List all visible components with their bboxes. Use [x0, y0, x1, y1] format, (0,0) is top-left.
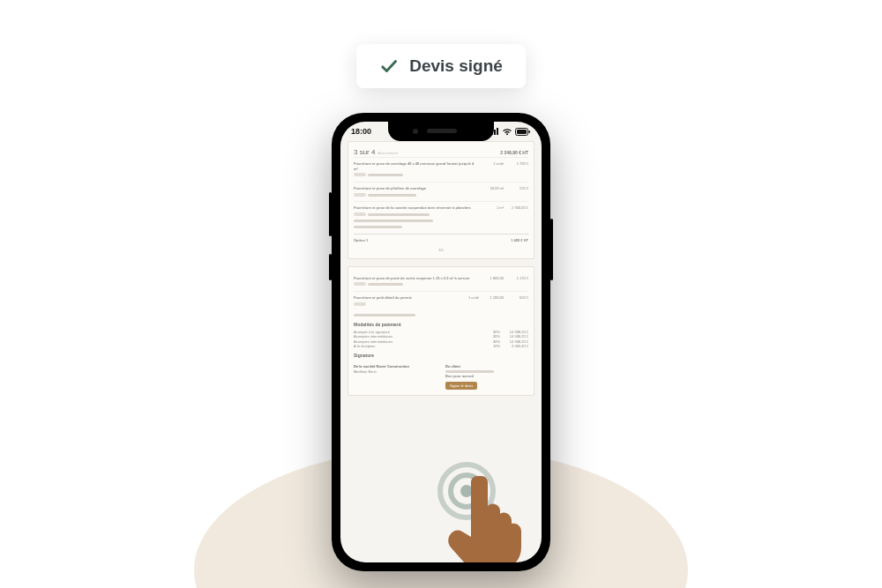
line-item: Fourniture et pose de porte de sortie mo… — [354, 272, 528, 291]
phone-screen[interactable]: 18:00 3 sur 4 Avancement 2 249,90 € HT — [340, 122, 542, 562]
line-item: Fourniture et pose de plinthes de carrel… — [354, 182, 528, 201]
touch-indicator — [445, 469, 529, 562]
payment-table: Acompte à la signature30%14 908,20 € Aco… — [354, 330, 528, 349]
wifi-icon — [502, 128, 512, 136]
sign-button[interactable]: Signer le devis — [445, 382, 477, 391]
pointer-hand-icon — [445, 469, 529, 562]
line-item: Fourniture et pose de la cuvette suspend… — [354, 201, 528, 233]
page-total: 2 249,90 € HT — [500, 150, 528, 156]
option-row: Option 1 1 400 € HT — [354, 234, 528, 247]
status-badge: Devis signé — [356, 44, 526, 88]
svg-rect-3 — [497, 128, 498, 135]
status-time: 18:00 — [351, 127, 371, 136]
signature-company: De la société Nover Construction Matthie… — [354, 364, 437, 390]
svg-rect-6 — [529, 130, 531, 133]
signature-client: Du client Bon pour accord Signer le devi… — [445, 364, 528, 390]
status-badge-label: Devis signé — [409, 56, 503, 76]
payment-heading: Modalités de paiement — [354, 322, 528, 328]
progress-counter: 3 sur 4 — [354, 148, 375, 156]
phone-mock: 18:00 3 sur 4 Avancement 2 249,90 € HT — [332, 113, 550, 571]
check-icon — [379, 56, 399, 76]
svg-rect-5 — [517, 130, 527, 134]
line-item: Fourniture et pose de carrelage 40 x 40 … — [354, 157, 528, 182]
document-viewport[interactable]: 3 sur 4 Avancement 2 249,90 € HT Fournit… — [340, 138, 542, 410]
line-item: Fourniture et petit détail du permis 1 u… — [354, 291, 528, 310]
svg-rect-2 — [494, 130, 496, 135]
doc-page-3: 3 sur 4 Avancement 2 249,90 € HT Fournit… — [348, 141, 534, 259]
signature-heading: Signature — [354, 353, 528, 359]
doc-page-4: Fourniture et pose de porte de sortie mo… — [348, 266, 534, 397]
pager: 3/4 — [354, 246, 528, 253]
progress-sub: Avancement — [378, 151, 398, 155]
battery-icon — [515, 128, 531, 136]
phone-notch — [388, 122, 494, 141]
